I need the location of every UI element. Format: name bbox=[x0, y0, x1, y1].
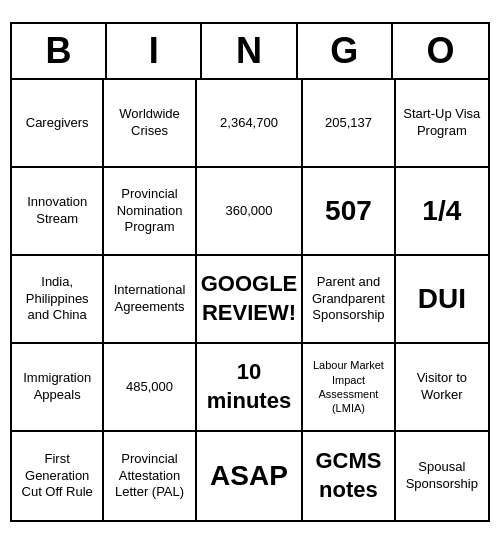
bingo-cell-8: 507 bbox=[303, 168, 395, 256]
bingo-card: BINGO CaregiversWorldwide Crises2,364,70… bbox=[10, 22, 490, 522]
bingo-letter-b: B bbox=[12, 24, 107, 78]
bingo-cell-22: ASAP bbox=[197, 432, 304, 520]
bingo-cell-4: Start-Up Visa Program bbox=[396, 80, 488, 168]
bingo-cell-21: Provincial Attestation Letter (PAL) bbox=[104, 432, 196, 520]
bingo-cell-6: Provincial Nomination Program bbox=[104, 168, 196, 256]
bingo-cell-23: GCMS notes bbox=[303, 432, 395, 520]
bingo-cell-11: International Agreements bbox=[104, 256, 196, 344]
bingo-letter-g: G bbox=[298, 24, 393, 78]
bingo-cell-10: India, Philippines and China bbox=[12, 256, 104, 344]
bingo-cell-0: Caregivers bbox=[12, 80, 104, 168]
bingo-cell-9: 1/4 bbox=[396, 168, 488, 256]
bingo-cell-13: Parent and Grandparent Sponsorship bbox=[303, 256, 395, 344]
bingo-header: BINGO bbox=[12, 24, 488, 80]
bingo-letter-o: O bbox=[393, 24, 488, 78]
bingo-cell-20: First Generation Cut Off Rule bbox=[12, 432, 104, 520]
bingo-cell-7: 360,000 bbox=[197, 168, 304, 256]
bingo-letter-i: I bbox=[107, 24, 202, 78]
bingo-cell-24: Spousal Sponsorship bbox=[396, 432, 488, 520]
bingo-cell-2: 2,364,700 bbox=[197, 80, 304, 168]
bingo-cell-15: Immigration Appeals bbox=[12, 344, 104, 432]
bingo-cell-16: 485,000 bbox=[104, 344, 196, 432]
bingo-cell-1: Worldwide Crises bbox=[104, 80, 196, 168]
bingo-cell-12: GOOGLE REVIEW! bbox=[197, 256, 304, 344]
bingo-grid: CaregiversWorldwide Crises2,364,700205,1… bbox=[12, 80, 488, 520]
bingo-cell-19: Visitor to Worker bbox=[396, 344, 488, 432]
bingo-cell-5: Innovation Stream bbox=[12, 168, 104, 256]
bingo-letter-n: N bbox=[202, 24, 297, 78]
bingo-cell-18: Labour Market Impact Assessment (LMIA) bbox=[303, 344, 395, 432]
bingo-cell-14: DUI bbox=[396, 256, 488, 344]
bingo-cell-17: 10 minutes bbox=[197, 344, 304, 432]
bingo-cell-3: 205,137 bbox=[303, 80, 395, 168]
